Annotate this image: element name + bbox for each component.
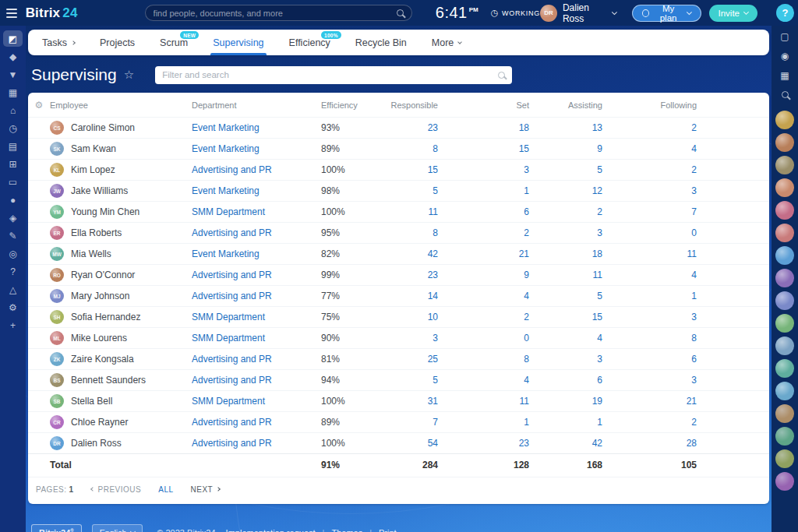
department-link[interactable]: Event Marketing — [185, 244, 315, 265]
department-link[interactable]: Advertising and PR — [185, 433, 315, 454]
department-link[interactable]: Advertising and PR — [185, 370, 315, 391]
responsible-link[interactable]: 25 — [377, 349, 444, 370]
qr-login-icon[interactable]: ▦ — [777, 68, 793, 83]
feed-icon[interactable]: ◆ — [3, 48, 23, 65]
footer-link[interactable]: Implementation request — [226, 528, 316, 532]
col-set[interactable]: Set — [444, 93, 535, 118]
set-link[interactable]: 23 — [444, 433, 535, 454]
department-link[interactable]: Advertising and PR — [185, 412, 315, 433]
contact-avatar[interactable] — [775, 224, 794, 242]
employee-cell[interactable]: MLMike Lourens — [50, 328, 185, 349]
col-department[interactable]: Department — [185, 93, 315, 118]
responsible-link[interactable]: 10 — [377, 307, 444, 328]
following-link[interactable]: 7 — [609, 202, 703, 223]
tab-scrum[interactable]: ScrumNEW — [160, 30, 188, 55]
responsible-link[interactable]: 23 — [377, 118, 444, 139]
responsible-link[interactable]: 14 — [377, 286, 444, 307]
department-link[interactable]: SMM Department — [185, 202, 315, 223]
department-link[interactable]: SMM Department — [185, 391, 315, 412]
set-link[interactable]: 3 — [444, 160, 535, 181]
user-menu[interactable]: DR Dalien Ross — [540, 2, 616, 24]
assisting-link[interactable]: 13 — [535, 118, 609, 139]
responsible-link[interactable]: 42 — [377, 244, 444, 265]
set-link[interactable]: 4 — [444, 370, 535, 391]
following-link[interactable]: 6 — [609, 349, 703, 370]
responsible-link[interactable]: 31 — [377, 391, 444, 412]
employee-cell[interactable]: SKSam Kwan — [50, 139, 185, 160]
col-efficiency[interactable]: Efficiency — [315, 93, 377, 118]
col-assisting[interactable]: Assisting — [535, 93, 609, 118]
contact-avatar[interactable] — [775, 246, 794, 265]
shop-icon[interactable]: ▭ — [3, 174, 23, 190]
video-icon[interactable]: ● — [3, 192, 23, 208]
department-link[interactable]: SMM Department — [185, 307, 315, 328]
assisting-link[interactable]: 19 — [535, 391, 609, 412]
help-button[interactable]: ? — [776, 4, 794, 22]
following-link[interactable]: 2 — [609, 412, 703, 433]
responsible-link[interactable]: 5 — [377, 370, 444, 391]
assisting-link[interactable]: 4 — [535, 328, 609, 349]
responsible-link[interactable]: 15 — [377, 160, 444, 181]
desktop-app-icon[interactable]: ▢ — [777, 29, 793, 44]
tab-tasks[interactable]: Tasks — [42, 30, 75, 55]
add-icon[interactable]: + — [3, 317, 23, 333]
following-link[interactable]: 28 — [609, 433, 703, 454]
responsible-link[interactable]: 5 — [377, 181, 444, 202]
language-select[interactable]: English — [92, 524, 143, 532]
sign-icon[interactable]: ✎ — [3, 227, 23, 244]
contact-avatar[interactable] — [775, 178, 794, 197]
assisting-link[interactable]: 18 — [535, 244, 609, 265]
department-link[interactable]: Advertising and PR — [185, 265, 315, 286]
following-link[interactable]: 4 — [609, 265, 703, 286]
following-link[interactable]: 3 — [609, 370, 703, 391]
responsible-link[interactable]: 8 — [377, 223, 444, 244]
tab-more[interactable]: More — [432, 30, 461, 55]
tab-projects[interactable]: Projects — [100, 30, 135, 55]
contact-avatar[interactable] — [775, 359, 794, 378]
set-link[interactable]: 11 — [444, 391, 535, 412]
set-link[interactable]: 9 — [444, 265, 535, 286]
employee-cell[interactable]: MWMia Wells — [50, 244, 185, 265]
drive-icon[interactable]: ⌂ — [3, 102, 23, 118]
grid-settings-icon[interactable]: ⚙ — [35, 100, 44, 111]
following-link[interactable]: 3 — [609, 181, 703, 202]
contact-avatar[interactable] — [775, 404, 794, 423]
support-icon[interactable]: ? — [3, 263, 23, 280]
workgroups-icon[interactable]: ▤ — [3, 138, 23, 154]
following-link[interactable]: 2 — [609, 160, 703, 181]
employee-cell[interactable]: MJMary Johnson — [50, 286, 185, 307]
col-following[interactable]: Following — [609, 93, 703, 118]
tab-recycle-bin[interactable]: Recycle Bin — [355, 30, 407, 55]
department-link[interactable]: Advertising and PR — [185, 160, 315, 181]
assisting-link[interactable]: 5 — [535, 286, 609, 307]
tab-efficiency[interactable]: Efficiency100% — [289, 30, 330, 55]
contact-avatar[interactable] — [775, 291, 794, 310]
set-link[interactable]: 8 — [444, 349, 535, 370]
set-link[interactable]: 4 — [444, 286, 535, 307]
previous-button[interactable]: PREVIOUS — [91, 485, 142, 494]
employee-cell[interactable]: KLKim Lopez — [50, 160, 185, 181]
responsible-link[interactable]: 8 — [377, 139, 444, 160]
contact-avatar[interactable] — [775, 336, 794, 355]
employee-cell[interactable]: BSBennett Saunders — [50, 370, 185, 391]
contact-avatar[interactable] — [775, 449, 794, 468]
set-link[interactable]: 6 — [444, 202, 535, 223]
notifications-icon[interactable]: ◉ — [777, 48, 793, 63]
set-link[interactable]: 18 — [444, 118, 535, 139]
department-link[interactable]: Event Marketing — [185, 118, 315, 139]
department-link[interactable]: SMM Department — [185, 328, 315, 349]
assisting-link[interactable]: 12 — [535, 181, 609, 202]
set-link[interactable]: 1 — [444, 181, 535, 202]
contact-avatar[interactable] — [775, 427, 794, 446]
page-number[interactable]: 1 — [69, 485, 74, 494]
assisting-link[interactable]: 11 — [535, 265, 609, 286]
contact-avatar[interactable] — [775, 314, 794, 333]
favorite-star-icon[interactable]: ☆ — [124, 68, 134, 82]
crm-icon[interactable]: ▼ — [3, 66, 23, 83]
work-status[interactable]: ◷ WORKING — [491, 8, 540, 18]
following-link[interactable]: 11 — [609, 244, 703, 265]
employee-cell[interactable]: CSCaroline Simon — [50, 118, 185, 139]
department-link[interactable]: Event Marketing — [185, 139, 315, 160]
department-link[interactable]: Event Marketing — [185, 181, 315, 202]
assisting-link[interactable]: 3 — [535, 223, 609, 244]
